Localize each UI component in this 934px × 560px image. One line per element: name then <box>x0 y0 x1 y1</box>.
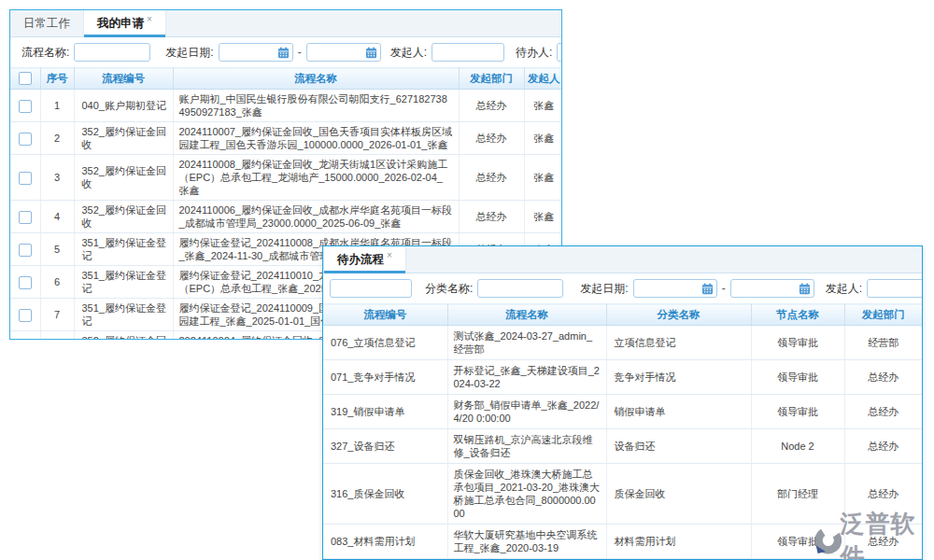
process-name-input[interactable] <box>330 279 412 298</box>
start-date-from-field <box>633 279 717 298</box>
col-node-name: 节点名称 <box>751 304 844 326</box>
start-date-to-field <box>730 279 814 298</box>
category-name-input[interactable] <box>477 279 563 298</box>
close-tab-icon[interactable]: × <box>147 14 152 24</box>
process-name-input[interactable] <box>74 43 150 62</box>
col-seq: 序号 <box>40 68 74 90</box>
initiator-label: 发起人: <box>390 45 427 61</box>
col-process-name: 流程名称 <box>447 304 606 326</box>
row-checkbox[interactable] <box>19 244 32 257</box>
tab-todo-flows[interactable]: 待办流程 × <box>323 246 406 273</box>
tab-label: 待办流程 <box>337 252 384 268</box>
assignee-label: 待办人: <box>516 45 552 61</box>
date-range-separator: - <box>722 282 726 295</box>
close-tab-icon[interactable]: × <box>387 250 392 260</box>
start-date-label: 发起日期: <box>580 281 628 297</box>
table-row[interactable]: 076_立项信息登记 测试张鑫_2024-03-27_admin_经营部 立项信… <box>323 326 922 360</box>
assignee-input[interactable] <box>557 43 562 62</box>
tab-label: 我的申请 <box>97 16 144 32</box>
table-row[interactable]: 1 040_账户期初登记 账户期初_中国民生银行股份有限公司朝阳支行_62718… <box>10 90 562 122</box>
row-checkbox[interactable] <box>19 309 32 322</box>
fanpu-logo-icon <box>813 524 844 557</box>
col-dept: 发起部门 <box>844 304 922 326</box>
row-checkbox[interactable] <box>19 172 32 185</box>
todo-tabbar: 待办流程 × <box>323 246 922 273</box>
select-all-checkbox[interactable] <box>19 72 32 85</box>
col-dept: 发起部门 <box>459 68 524 90</box>
start-date-from-field <box>219 43 293 62</box>
row-checkbox[interactable] <box>19 133 32 146</box>
start-date-to-field <box>306 43 381 62</box>
date-range-separator: - <box>298 46 302 59</box>
table-header-row: 序号 流程编号 流程名称 发起部门 发起人 <box>10 68 562 90</box>
tab-my-requests[interactable]: 我的申请 × <box>83 10 166 36</box>
table-row[interactable]: 319_销假申请单 财务部_销假申请单_张鑫_2022/4/20 0:00:00… <box>323 395 922 429</box>
col-process-name: 流程名称 <box>173 68 459 90</box>
todo-filterbar: 分类名称: 发起日期: - 发起人: <box>323 273 922 303</box>
col-process-code: 流程编号 <box>323 304 447 326</box>
table-row[interactable]: 327_设备归还 双钢压路机_京沪高速北京段维修_设备归还 设备归还 Node … <box>323 429 922 464</box>
calendar-icon[interactable] <box>701 283 714 295</box>
initiator-input[interactable] <box>867 279 923 298</box>
start-date-label: 发起日期: <box>165 45 213 61</box>
tab-label: 日常工作 <box>23 16 70 32</box>
my-requests-filterbar: 流程名称: 发起日期: - 发起人: 待办人: <box>10 37 561 67</box>
select-all-header <box>10 68 40 90</box>
process-name-label: 流程名称: <box>21 45 69 61</box>
col-category-name: 分类名称 <box>606 304 751 326</box>
table-row[interactable]: 3 352_履约保证金回收 2024110008_履约保证金回收_龙湖天街城1区… <box>10 155 562 201</box>
table-row[interactable]: 2 352_履约保证金回收 2024110007_履约保证金回收_国色天香项目实… <box>10 122 562 155</box>
table-header-row: 流程编号 流程名称 分类名称 节点名称 发起部门 <box>323 304 922 326</box>
row-checkbox[interactable] <box>19 276 32 289</box>
calendar-icon[interactable] <box>365 47 377 59</box>
category-name-label: 分类名称: <box>425 281 473 297</box>
tab-daily-work[interactable]: 日常工作 <box>10 10 83 36</box>
calendar-icon[interactable] <box>277 47 290 59</box>
initiator-input[interactable] <box>432 43 504 62</box>
table-row[interactable]: 4 352_履约保证金回收 2024110006_履约保证金回收_成都水岸华庭名… <box>10 201 562 233</box>
calendar-icon[interactable] <box>799 283 811 295</box>
my-requests-tabbar: 日常工作 我的申请 × <box>10 10 561 37</box>
initiator-label: 发起人: <box>826 281 862 297</box>
col-process-code: 流程编号 <box>74 68 173 90</box>
brand-name: 泛普软件 <box>841 508 934 560</box>
table-row[interactable]: 071_竞争对手情况 开标登记_张鑫_天梯建设项目_2024-03-22 竞争对… <box>323 360 922 395</box>
row-checkbox[interactable] <box>19 100 32 113</box>
brand-watermark: 泛普软件 www.fanpusoft.com <box>813 508 934 560</box>
col-initiator: 发起人 <box>524 68 562 90</box>
row-checkbox[interactable] <box>19 211 32 224</box>
